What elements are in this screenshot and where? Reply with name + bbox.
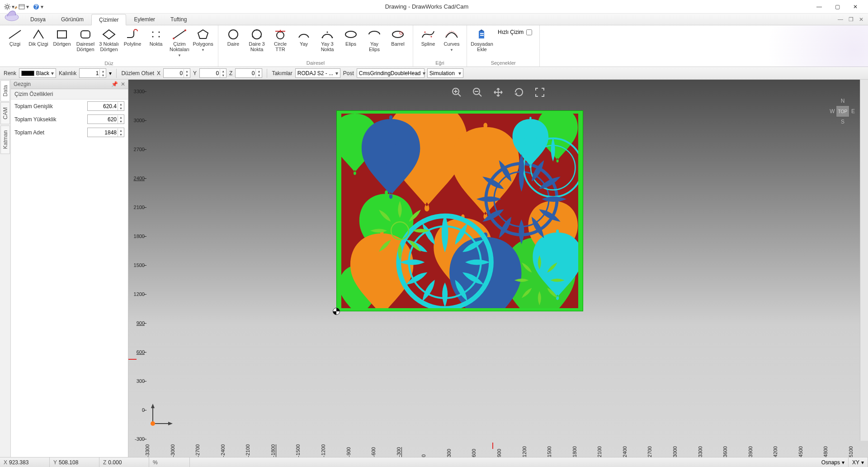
svg-rect-32: [480, 33, 484, 34]
circle-ttr-icon: [273, 29, 288, 40]
ribbon: ÇizgiDik ÇizgiDörtgenDairesel Dörtgen3 N…: [0, 25, 868, 67]
ribbon-cizim-noktalari[interactable]: Çizim Noktaları▼: [168, 27, 191, 60]
ribbon-nokta[interactable]: Nokta: [145, 27, 167, 48]
spline-icon: [420, 29, 436, 40]
dairesel-dortgen-icon: [78, 29, 93, 40]
minimize-button[interactable]: —: [810, 0, 828, 13]
ribbon-dairesel-dortgen[interactable]: Dairesel Dörtgen: [74, 27, 97, 53]
menu-tab-çizimler[interactable]: Çizimler: [91, 14, 126, 25]
ribbon-dik-cizgi[interactable]: Dik Çizgi: [27, 27, 50, 48]
svg-marker-48: [151, 404, 155, 408]
property-row: Toplam Adet▲▼: [11, 126, 128, 139]
polygons-icon: [195, 29, 211, 40]
svg-rect-33: [480, 35, 484, 36]
svg-marker-17: [198, 30, 208, 38]
ribbon-dosyadan-ekle[interactable]: Dosyadan Ekle: [471, 27, 493, 53]
polyline-icon: [125, 29, 140, 40]
menu-tab-görünüm[interactable]: Görünüm: [53, 14, 91, 25]
side-tab-cam[interactable]: CAM: [0, 102, 10, 124]
svg-point-23: [277, 32, 284, 39]
ribbon-yay[interactable]: Yay: [292, 27, 315, 48]
zoom-out-icon[interactable]: [471, 86, 484, 99]
ribbon-yay-3-nokta[interactable]: Yay 3 Nokta: [316, 27, 339, 53]
svg-point-20: [256, 29, 258, 31]
simulation-select[interactable]: Simulation▾: [427, 68, 463, 78]
menu-tab-eylemler[interactable]: Eylemler: [126, 14, 163, 25]
ribbon-daire[interactable]: Daire: [222, 27, 245, 48]
quick-draw-checkbox[interactable]: Hızlı Çizim: [494, 27, 536, 37]
canvas[interactable]: N WTOPE S: [128, 80, 868, 457]
svg-line-39: [479, 94, 481, 96]
panel-close-icon[interactable]: ✕: [121, 81, 125, 87]
ribbon-spline[interactable]: Spline: [417, 27, 439, 48]
thickness-label: Kalınlık: [59, 70, 76, 76]
maximize-button[interactable]: ▢: [828, 0, 846, 13]
ribbon-polygons[interactable]: Polygons▼: [192, 27, 214, 54]
ribbon-cizgi[interactable]: Çizgi: [4, 27, 26, 48]
nokta-icon: [148, 29, 164, 40]
uc-noktali-dortgen-icon: [101, 29, 117, 40]
menubar: DosyaGörünümÇizimlerEylemlerTufting — ❐ …: [0, 14, 868, 25]
property-value-input[interactable]: ▲▼: [87, 114, 124, 124]
side-tab-data[interactable]: Data: [0, 80, 10, 101]
plane-offset-label: Düzlem Ofset: [121, 70, 154, 76]
pin-icon[interactable]: 📌: [111, 81, 118, 87]
post-select[interactable]: CmsGrindingDoubleHead▾: [357, 68, 425, 78]
thickness-dd[interactable]: ▾: [109, 70, 112, 76]
gezgin-panel: Gezgin 📌✕ Çizim Özellikleri Toplam Geniş…: [11, 80, 128, 457]
mdi-restore[interactable]: ❐: [847, 16, 855, 23]
post-label: Post: [343, 70, 354, 76]
window-title: Drawing - DrawWorks Cad/Cam: [43, 3, 810, 10]
view-cube[interactable]: N WTOPE S: [829, 98, 856, 125]
daire-icon: [226, 29, 241, 40]
close-button[interactable]: ✕: [846, 0, 864, 13]
ribbon-daire-3-nokta[interactable]: Daire 3 Nokta: [245, 27, 268, 53]
ribbon-barrel[interactable]: Barrel: [387, 27, 409, 48]
zoom-in-icon[interactable]: [450, 86, 463, 99]
side-tab-katman[interactable]: Katman: [0, 125, 10, 154]
ribbon-elips[interactable]: Elips: [340, 27, 362, 48]
fit-icon[interactable]: [533, 86, 546, 99]
view-cube-top[interactable]: TOP: [836, 105, 849, 117]
ribbon-circle-ttr[interactable]: Circle TTR: [269, 27, 292, 53]
offset-z-input[interactable]: ▲▼: [235, 68, 262, 78]
ribbon-uc-noktali-dortgen[interactable]: 3 Noktalı Dörtgen: [98, 27, 120, 53]
color-select[interactable]: Black▾: [19, 68, 56, 78]
pan-icon[interactable]: [492, 86, 505, 99]
ribbon-yay-elips[interactable]: Yay Elips: [363, 27, 386, 53]
origin-marker: [333, 308, 340, 315]
mdi-close[interactable]: ✕: [857, 16, 865, 23]
svg-point-51: [151, 421, 155, 426]
offset-x-input[interactable]: ▲▼: [163, 68, 190, 78]
offset-y-input[interactable]: ▲▼: [199, 68, 226, 78]
options-toolbar: Renk Black▾ Kalınlık ▲▼ ▾ Düzlem Ofset X…: [0, 67, 868, 80]
svg-text:?: ?: [34, 4, 38, 10]
teams-select[interactable]: RODAJ S2 - ...▾: [295, 68, 340, 78]
ribbon-curves[interactable]: Curves▼: [440, 27, 463, 54]
statusbar: X923.383 Y508.108 Z0.000 % Osnaps ▾ XY ▾: [0, 457, 868, 467]
svg-point-16: [184, 29, 186, 31]
svg-point-12: [152, 36, 154, 38]
thickness-input[interactable]: ▲▼: [79, 68, 106, 78]
plane-toggle[interactable]: XY ▾: [849, 457, 868, 467]
daire-3-nokta-icon: [249, 29, 264, 40]
orbit-icon[interactable]: [513, 86, 525, 99]
property-value-input[interactable]: ▲▼: [87, 101, 124, 111]
curves-icon: [444, 29, 459, 40]
ribbon-dortgen[interactable]: Dörtgen: [51, 27, 73, 48]
osnap-toggle[interactable]: Osnaps ▾: [818, 457, 849, 467]
cizgi-icon: [7, 29, 23, 40]
axis-gizmo: [146, 403, 174, 430]
help-icon[interactable]: ?▾: [33, 3, 43, 10]
view-tools: [450, 86, 546, 99]
mdi-controls: — ❐ ✕: [836, 14, 868, 25]
vertical-scrollbar[interactable]: [860, 80, 868, 441]
menu-tab-tufting[interactable]: Tufting: [163, 14, 194, 25]
titlebar: ▾ ▾ ?▾ Drawing - DrawWorks Cad/Cam — ▢ ✕: [0, 0, 868, 14]
svg-point-19: [252, 30, 261, 39]
menu-tab-dosya[interactable]: Dosya: [23, 14, 53, 25]
ribbon-polyline[interactable]: Polyline: [121, 27, 144, 48]
svg-point-31: [431, 36, 432, 38]
mdi-minimize[interactable]: —: [836, 16, 845, 23]
property-value-input[interactable]: ▲▼: [87, 128, 124, 137]
